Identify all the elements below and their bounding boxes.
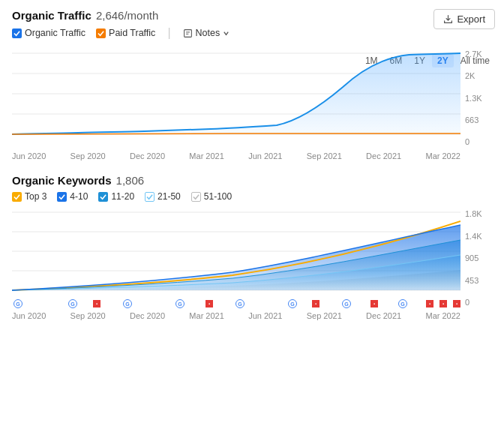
export-button[interactable]: Export <box>434 9 495 29</box>
flag-icon: ▪ <box>312 300 320 308</box>
flag-icon: ▪ <box>370 300 378 308</box>
paid-traffic-checkbox[interactable] <box>96 28 106 38</box>
chevron-down-icon <box>223 30 230 37</box>
range4-checkbox[interactable] <box>191 192 201 202</box>
x-axis-chart2: Jun 2020 Sep 2020 Dec 2020 Mar 2021 Jun … <box>12 310 492 320</box>
range3-checkbox[interactable] <box>145 192 154 202</box>
organic-traffic-header: Organic Traffic 2,646/month <box>12 9 492 22</box>
legend-21-50[interactable]: 21-50 <box>145 191 181 202</box>
flag-icon: ▪ <box>453 300 460 308</box>
google-icon: G <box>176 299 184 308</box>
google-icon: G <box>14 299 22 308</box>
top3-checkbox[interactable] <box>12 192 22 202</box>
y-axis-chart1: 2.7K 2K 1.3K 663 0 <box>460 46 492 150</box>
google-icon: G <box>288 299 297 308</box>
legend-organic-traffic[interactable]: Organic Traffic <box>12 28 86 38</box>
legend-top3[interactable]: Top 3 <box>12 191 46 202</box>
google-icon: G <box>68 299 77 308</box>
keywords-chart-svg <box>12 206 460 296</box>
range2-checkbox[interactable] <box>98 192 108 202</box>
flag-icon: ▪ <box>426 300 434 308</box>
check-icon <box>14 30 20 37</box>
flag-icon: ▪ <box>206 300 213 308</box>
google-icon: G <box>342 299 351 308</box>
legend-11-20[interactable]: 11-20 <box>98 191 134 202</box>
organic-keywords-value: 1,806 <box>116 174 145 187</box>
organic-traffic-title: Organic Traffic <box>12 9 92 22</box>
legend-51-100[interactable]: 51-100 <box>191 191 232 202</box>
organic-keywords-title: Organic Keywords <box>12 174 112 187</box>
check-icon7 <box>193 194 200 200</box>
check-icon3 <box>14 194 20 200</box>
organic-keywords-section: Organic Keywords 1,806 Top 3 4-10 <box>12 174 492 320</box>
legend-row-2: Top 3 4-10 11-20 21-50 <box>12 191 492 202</box>
notes-button[interactable]: Notes <box>183 28 230 38</box>
range1-checkbox[interactable] <box>57 192 67 202</box>
legend-divider: | <box>167 26 170 40</box>
check-icon6 <box>146 194 153 200</box>
legend-4-10[interactable]: 4-10 <box>57 191 88 202</box>
legend-paid-traffic[interactable]: Paid Traffic <box>96 28 155 38</box>
flag-icon: ▪ <box>440 300 447 308</box>
y-axis-chart2: 1.8K 1.4K 905 453 0 <box>460 206 492 310</box>
traffic-chart-svg <box>12 46 460 147</box>
notes-icon <box>183 28 193 38</box>
export-icon <box>443 14 453 24</box>
search-icons-row: G G ▪ G G ▪ G G ▪ G ▪ G ▪ ▪ ▪ <box>12 299 460 310</box>
check-icon5 <box>100 194 106 200</box>
check-icon4 <box>58 194 65 200</box>
organic-traffic-value: 2,646/month <box>96 9 158 22</box>
main-container: Export Organic Traffic 2,646/month 1M 6M… <box>0 0 504 343</box>
check-icon2 <box>98 30 104 37</box>
flag-icon: ▪ <box>93 300 100 308</box>
organic-traffic-chart: 2.7K 2K 1.3K 663 0 Jun 2020 Sep 2020 Dec… <box>12 46 492 160</box>
svg-rect-0 <box>184 29 191 37</box>
organic-traffic-checkbox[interactable] <box>12 28 22 38</box>
organic-keywords-chart: G G ▪ G G ▪ G G ▪ G ▪ G ▪ ▪ ▪ <box>12 206 492 320</box>
google-icon: G <box>398 299 407 308</box>
x-axis-chart1: Jun 2020 Sep 2020 Dec 2020 Mar 2021 Jun … <box>12 150 492 160</box>
google-icon: G <box>236 299 244 308</box>
legend-row-1: Organic Traffic Paid Traffic | Notes <box>12 26 492 40</box>
google-icon: G <box>123 299 132 308</box>
organic-keywords-header: Organic Keywords 1,806 <box>12 174 492 187</box>
